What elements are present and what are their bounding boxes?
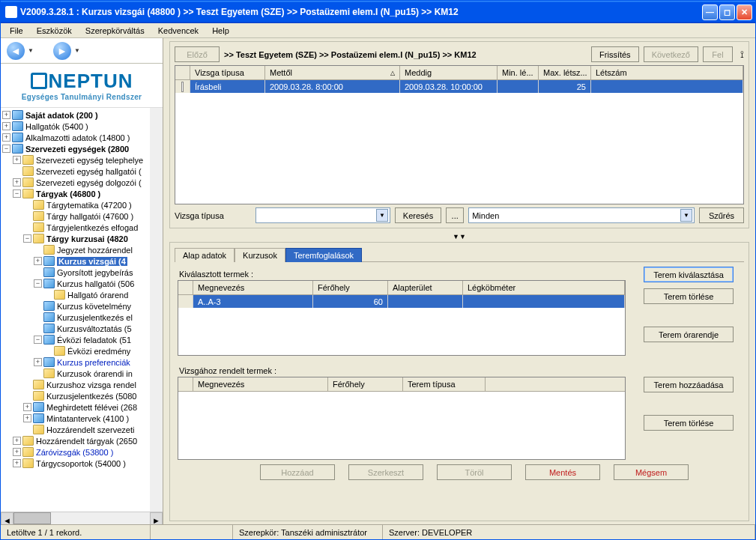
tree-item[interactable]: Hallgató órarend: [67, 291, 128, 300]
refresh-button[interactable]: Frissítés: [591, 46, 639, 62]
minimize-button[interactable]: —: [702, 4, 718, 20]
exam-grid[interactable]: Vizsga típusa Mettől△ Meddig Min. lé... …: [175, 65, 744, 204]
tree-scrollbar[interactable]: [150, 108, 163, 512]
col-ferohely[interactable]: Férőhely: [313, 281, 388, 294]
add-button[interactable]: Hozzáad: [260, 464, 335, 480]
tree-item[interactable]: Tárgy hallgatói (47600 ): [46, 212, 133, 221]
expand-icon[interactable]: +: [13, 459, 21, 467]
tree-item[interactable]: Jegyzet hozzárendel: [57, 246, 133, 255]
menu-help[interactable]: Help: [206, 25, 235, 37]
nav-back-button[interactable]: ◄: [7, 42, 25, 60]
tree-item[interactable]: Évközi eredmény: [67, 347, 130, 356]
expand-icon[interactable]: +: [13, 437, 21, 445]
tree-item[interactable]: Szervezeti egység telephelye: [36, 156, 143, 165]
rooms-grid[interactable]: Megnevezés Férőhely Alapterület Légköbmé…: [178, 280, 626, 356]
up-button[interactable]: Fel: [703, 46, 733, 62]
tree-item[interactable]: Tárgy kurzusai (4820: [46, 234, 128, 243]
dropdown-icon[interactable]: ▼: [680, 209, 692, 222]
col-megnevezes[interactable]: Megnevezés: [193, 281, 313, 294]
tree-item[interactable]: Hozzárendelt szervezeti: [46, 425, 134, 434]
close-button[interactable]: ✕: [737, 4, 752, 20]
table-row[interactable]: A..A-3 60: [178, 295, 625, 308]
tree-item[interactable]: Kurzusjelentkezés el: [57, 313, 133, 322]
tree[interactable]: +Saját adatok (200 ) +Hallgatók (5400 ) …: [1, 108, 150, 512]
tree-item[interactable]: Alkalmazotti adatok (14800 ): [25, 133, 130, 142]
col-letszam[interactable]: Létszám: [591, 66, 743, 79]
col-ferohely[interactable]: Férőhely: [328, 377, 403, 391]
nav-back-drop[interactable]: ▼: [28, 47, 34, 54]
expand-icon[interactable]: +: [23, 414, 31, 422]
tree-item[interactable]: Kurzus preferenciák: [57, 358, 130, 367]
tab-teremfoglalasok[interactable]: Teremfoglalások: [285, 248, 362, 262]
row-checkbox[interactable]: [181, 82, 184, 92]
tree-item[interactable]: Meghirdetett félévei (268: [46, 403, 137, 412]
col-legkobmeter[interactable]: Légköbméter: [463, 281, 625, 294]
collapse-icon[interactable]: −: [2, 145, 10, 153]
expand-icon[interactable]: +: [2, 122, 10, 130]
tree-item[interactable]: Kurzusok órarendi in: [57, 369, 133, 378]
delete-room-button[interactable]: Terem törlése: [644, 288, 734, 304]
menu-file[interactable]: File: [4, 25, 29, 37]
tree-item[interactable]: Szervezeti egység dolgozói (: [36, 178, 142, 187]
table-row[interactable]: Írásbeli 2009.03.28. 8:00:00 2009.03.28.…: [175, 80, 743, 93]
menu-tools[interactable]: Eszközök: [31, 25, 78, 37]
cancel-button[interactable]: Mégsem: [614, 464, 689, 480]
tree-item[interactable]: Kurzus hallgatói (506: [57, 279, 134, 288]
prev-button[interactable]: Előző: [175, 46, 220, 62]
delete-room-button-2[interactable]: Terem törlése: [644, 415, 734, 431]
tree-item[interactable]: Évközi feladatok (51: [57, 336, 131, 345]
filter-button[interactable]: Szűrés: [699, 207, 744, 223]
tree-item[interactable]: Szervezeti egységek (2800: [25, 145, 129, 154]
tree-item[interactable]: Hozzárendelt tárgyak (2650: [36, 437, 137, 446]
expand-icon[interactable]: +: [34, 257, 42, 265]
tree-item[interactable]: Kurzusjelentkezés (5080: [46, 392, 136, 401]
room-schedule-button[interactable]: Terem órarendje: [644, 327, 734, 342]
tree-item[interactable]: Kurzus követelmény: [57, 302, 131, 311]
delete-button[interactable]: Töröl: [437, 464, 512, 480]
pin-icon[interactable]: ⟟: [740, 49, 744, 61]
expand-icon[interactable]: +: [13, 448, 21, 456]
expand-icon[interactable]: +: [13, 156, 21, 164]
exam-type-combo[interactable]: ▼: [255, 207, 390, 223]
tree-item[interactable]: Kurzushoz vizsga rendel: [46, 380, 136, 389]
assigned-rooms-grid[interactable]: Megnevezés Férőhely Terem típusa: [178, 377, 626, 460]
tree-item[interactable]: Mintatantervek (4100 ): [46, 414, 129, 423]
col-check[interactable]: [175, 66, 190, 79]
tab-alapadatok[interactable]: Alap adatok: [175, 248, 235, 262]
expand-icon[interactable]: +: [13, 178, 21, 186]
tree-item[interactable]: Saját adatok (200 ): [25, 111, 98, 120]
collapse-icon[interactable]: −: [34, 279, 42, 288]
expand-icon[interactable]: +: [23, 403, 31, 411]
save-button[interactable]: Mentés: [525, 464, 600, 480]
expand-icon[interactable]: +: [2, 111, 10, 119]
collapse-icon[interactable]: −: [13, 189, 21, 198]
tree-item[interactable]: Tárgytematika (47200 ): [46, 201, 132, 210]
tree-item[interactable]: Tárgyak (46800 ): [36, 189, 100, 198]
next-button[interactable]: Következő: [644, 46, 698, 62]
nav-fwd-drop[interactable]: ▼: [74, 47, 80, 54]
col-maxletsz[interactable]: Max. létsz...: [539, 66, 591, 79]
col-teremtipusa[interactable]: Terem típusa: [403, 377, 486, 391]
col-minle[interactable]: Min. lé...: [498, 66, 539, 79]
tree-item[interactable]: Kurzusváltoztatás (5: [57, 324, 132, 333]
tree-item[interactable]: Tárgyjelentkezés elfogad: [46, 223, 138, 232]
tab-kurzusok[interactable]: Kurzusok: [235, 248, 285, 262]
tree-h-scrollbar[interactable]: ◄ ►: [1, 512, 163, 524]
titlebar[interactable]: V2009.3.28.1 : Kurzus vizsgái (48800 ) >…: [1, 1, 755, 23]
col-meddig[interactable]: Meddig: [400, 66, 498, 79]
menu-roleswitch[interactable]: Szerepkörváltás: [79, 25, 151, 37]
expand-icon[interactable]: +: [2, 133, 10, 142]
tree-item[interactable]: Hallgatók (5400 ): [25, 122, 88, 131]
collapse-icon[interactable]: −: [34, 336, 42, 344]
col-alapterulet[interactable]: Alapterület: [388, 281, 463, 294]
edit-button[interactable]: Szerkeszt: [348, 464, 423, 480]
tree-item[interactable]: Gyorsított jegybeírás: [57, 268, 133, 277]
collapse-icon[interactable]: −: [23, 234, 31, 243]
tree-item[interactable]: Szervezeti egység hallgatói (: [36, 167, 142, 176]
maximize-button[interactable]: ◻: [719, 4, 735, 20]
tree-item[interactable]: Tárgycsoportok (54000 ): [36, 459, 126, 468]
splitter[interactable]: ▼▼: [169, 231, 749, 242]
dropdown-icon[interactable]: ▼: [376, 209, 388, 222]
col-mettol[interactable]: Mettől△: [265, 66, 400, 79]
search-button[interactable]: Keresés: [395, 207, 441, 223]
